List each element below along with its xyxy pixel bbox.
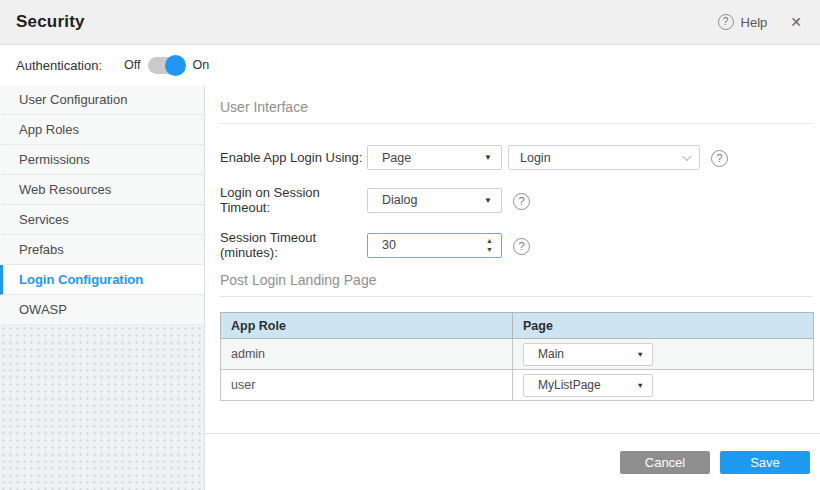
settings-sidebar: User Configuration App Roles Permissions… <box>0 85 205 490</box>
caret-down-icon: ▼ <box>637 381 644 390</box>
authentication-toggle[interactable] <box>148 57 184 74</box>
enable-app-login-help[interactable]: ? <box>711 148 728 167</box>
dialog-header: Security ? Help ✕ <box>0 0 820 45</box>
help-circle-icon: ? <box>718 14 734 30</box>
page-cell-user: MyListPage ▼ <box>513 370 814 401</box>
number-stepper[interactable]: ▲ ▼ <box>486 236 493 254</box>
section-title-post-login: Post Login Landing Page <box>220 272 812 288</box>
cancel-button[interactable]: Cancel <box>620 451 710 474</box>
help-button[interactable]: ? Help <box>718 14 768 30</box>
sidebar-dotted-filler <box>0 325 204 490</box>
caret-down-icon: ▼ <box>637 350 644 359</box>
user-page-select[interactable]: MyListPage ▼ <box>523 374 653 397</box>
help-label: Help <box>741 15 768 30</box>
chevron-down-icon <box>682 151 692 161</box>
close-icon[interactable]: ✕ <box>786 12 806 32</box>
session-timeout-type-label: Login on Session Timeout: <box>220 185 367 215</box>
sidebar-item-owasp[interactable]: OWASP <box>0 295 204 325</box>
enable-app-login-row: Enable App Login Using: Page ▼ Login ? <box>220 145 812 170</box>
login-type-value: Page <box>382 151 411 165</box>
user-page-value: MyListPage <box>538 378 601 392</box>
section-divider <box>220 123 812 124</box>
login-configuration-panel: User Interface Enable App Login Using: P… <box>205 85 820 490</box>
session-timeout-type-help[interactable]: ? <box>513 191 530 210</box>
toggle-knob <box>165 55 186 76</box>
sidebar-item-prefabs[interactable]: Prefabs <box>0 235 204 265</box>
sidebar-item-services[interactable]: Services <box>0 205 204 235</box>
section-title-user-interface: User Interface <box>220 99 812 115</box>
session-timeout-minutes-row: Session Timeout (minutes): ▲ ▼ ? <box>220 230 812 260</box>
session-timeout-type-row: Login on Session Timeout: Dialog ▼ ? <box>220 185 812 215</box>
sidebar-item-web-resources[interactable]: Web Resources <box>0 175 204 205</box>
authentication-label: Authentication: <box>16 58 102 73</box>
table-row: admin Main ▼ <box>221 339 814 370</box>
sidebar-item-app-roles[interactable]: App Roles <box>0 115 204 145</box>
admin-page-select[interactable]: Main ▼ <box>523 343 653 366</box>
caret-down-icon: ▼ <box>484 153 492 162</box>
admin-page-value: Main <box>538 347 564 361</box>
toggle-on-label: On <box>192 58 209 72</box>
help-circle-icon: ? <box>513 238 530 255</box>
login-page-value: Login <box>520 151 551 165</box>
column-header-app-role: App Role <box>221 313 513 339</box>
column-header-page: Page <box>513 313 814 339</box>
security-dialog: Security ? Help ✕ Authentication: Off On… <box>0 0 820 490</box>
section-divider <box>220 296 812 297</box>
caret-down-icon: ▼ <box>484 196 492 205</box>
page-title: Security <box>16 12 85 32</box>
authentication-bar: Authentication: Off On <box>0 45 820 85</box>
session-timeout-input[interactable] <box>367 233 502 258</box>
stepper-down-icon: ▼ <box>486 245 493 254</box>
enable-app-login-label: Enable App Login Using: <box>220 150 367 165</box>
help-circle-icon: ? <box>711 150 728 167</box>
table-row: user MyListPage ▼ <box>221 370 814 401</box>
page-cell-admin: Main ▼ <box>513 339 814 370</box>
role-cell-user: user <box>221 370 513 401</box>
post-login-landing-table: App Role Page admin Main ▼ <box>220 312 814 401</box>
login-type-select[interactable]: Page ▼ <box>367 145 502 170</box>
table-header-row: App Role Page <box>221 313 814 339</box>
toggle-off-label: Off <box>124 58 140 72</box>
sidebar-item-permissions[interactable]: Permissions <box>0 145 204 175</box>
session-timeout-minutes-label: Session Timeout (minutes): <box>220 230 367 260</box>
session-timeout-type-select[interactable]: Dialog ▼ <box>367 188 502 213</box>
sidebar-item-login-configuration[interactable]: Login Configuration <box>0 265 204 295</box>
stepper-up-icon: ▲ <box>486 236 493 245</box>
login-page-combobox[interactable]: Login <box>508 145 700 170</box>
session-timeout-help[interactable]: ? <box>513 236 530 255</box>
sidebar-item-user-configuration[interactable]: User Configuration <box>0 85 204 115</box>
session-timeout-type-value: Dialog <box>382 193 417 207</box>
role-cell-admin: admin <box>221 339 513 370</box>
save-button[interactable]: Save <box>720 451 810 474</box>
help-circle-icon: ? <box>513 193 530 210</box>
session-timeout-input-wrap: ▲ ▼ <box>367 233 502 258</box>
dialog-footer: Cancel Save <box>205 433 820 490</box>
